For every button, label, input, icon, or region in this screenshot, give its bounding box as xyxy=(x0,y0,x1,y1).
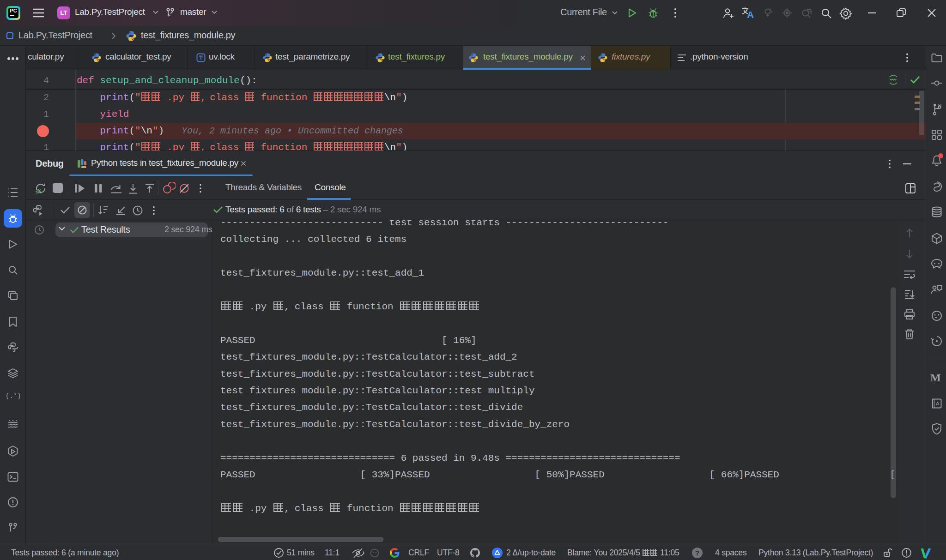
svg-text:A: A xyxy=(936,401,940,406)
